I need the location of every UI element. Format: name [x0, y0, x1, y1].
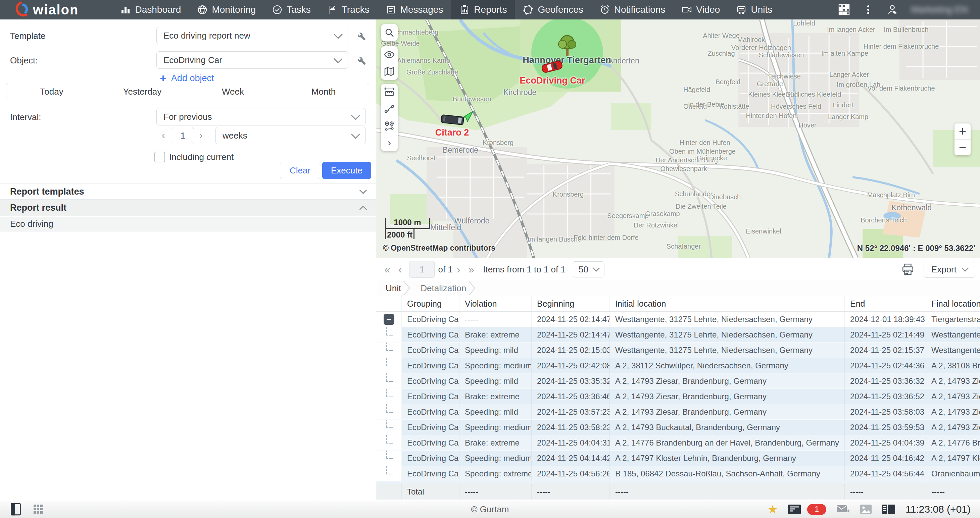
unit-label-car[interactable]: EcoDriving Car	[520, 75, 585, 86]
nav-item-monitoring[interactable]: Monitoring	[189, 0, 264, 19]
add-object-button[interactable]: + Add object	[160, 73, 214, 84]
media-image-icon[interactable]	[860, 504, 872, 514]
cell-violation: Speeding: mild	[460, 404, 531, 420]
cell-final-location: Tiergartenstraße,	[926, 311, 980, 327]
next-page-button[interactable]: ›	[453, 263, 465, 276]
table-row[interactable]: EcoDriving Car Speeding: mild 2024-11-25…	[376, 404, 980, 420]
tab-unit[interactable]: Unit	[376, 280, 403, 296]
geopoints-icon[interactable]	[381, 118, 398, 134]
notifications-panel-icon[interactable]	[788, 504, 801, 515]
map[interactable]: SchmachtebergGelbe WeideAhlemanns KampGr…	[376, 19, 980, 258]
increment-arrow[interactable]: ›	[199, 129, 203, 141]
wialon-logo[interactable]: wialon	[0, 2, 92, 18]
ruler-icon[interactable]	[381, 84, 398, 101]
export-button[interactable]: Export	[924, 261, 975, 278]
notification-badge[interactable]: 1	[807, 504, 826, 515]
quick-range-today[interactable]: Today	[6, 83, 97, 100]
column-header[interactable]: Violation	[460, 296, 531, 311]
table-row[interactable]: EcoDriving Car Brake: extreme 2024-11-25…	[376, 435, 980, 451]
table-row[interactable]: EcoDriving Car Speeding: medium 2024-11-…	[376, 451, 980, 466]
video-icon	[681, 4, 692, 15]
template-select[interactable]: Eco driving report new	[156, 27, 348, 44]
print-button[interactable]	[902, 263, 914, 276]
quick-range-month[interactable]: Month	[278, 83, 369, 100]
tab-detalization[interactable]: Detalization	[411, 280, 468, 296]
nav-item-reports[interactable]: Reports	[451, 0, 515, 19]
table-row[interactable]: EcoDriving Car Brake: extreme 2024-11-25…	[376, 389, 980, 404]
map-layers-icon[interactable]	[381, 63, 398, 80]
table-row[interactable]: − EcoDriving Car ----- 2024-11-25 02:14:…	[376, 311, 980, 327]
first-page-button[interactable]: «	[380, 263, 395, 276]
nav-item-tasks[interactable]: Tasks	[264, 0, 319, 19]
cell-end: 2024-12-01 18:39:43	[845, 311, 926, 327]
page-input[interactable]	[409, 261, 434, 278]
including-current-checkbox[interactable]	[154, 152, 165, 162]
visibility-eye-icon[interactable]	[381, 46, 398, 63]
nav-item-units[interactable]: Units	[728, 0, 780, 19]
clear-button[interactable]: Clear	[280, 162, 320, 179]
map-attribution: © OpenStreetMap contributors	[383, 243, 495, 253]
column-header[interactable]: Beginning	[531, 296, 610, 311]
unit-label-bus[interactable]: Citaro 2	[435, 127, 469, 138]
interval-count-input[interactable]	[172, 127, 194, 144]
table-row[interactable]: EcoDriving Car Speeding: medium 2024-11-…	[376, 358, 980, 373]
table-body: − EcoDriving Car ----- 2024-11-25 02:14:…	[376, 311, 980, 481]
column-header[interactable]: Grouping	[402, 296, 460, 311]
table-row[interactable]: EcoDriving Car Speeding: mild 2024-11-25…	[376, 343, 980, 358]
map-search-control	[381, 24, 398, 41]
nav-item-video[interactable]: Video	[673, 0, 728, 19]
nav-item-notifications[interactable]: Notifications	[591, 0, 674, 19]
prev-page-button[interactable]: ‹	[395, 263, 406, 276]
split-panel-icon[interactable]	[882, 504, 896, 515]
expand-tools-chevron[interactable]: ›	[381, 134, 398, 151]
interval-unit-select[interactable]: weeks	[215, 127, 366, 144]
execute-button[interactable]: Execute	[322, 162, 371, 179]
object-settings-icon[interactable]	[355, 54, 366, 66]
last-page-button[interactable]: »	[464, 263, 478, 276]
decrement-arrow[interactable]: ‹	[162, 129, 165, 141]
logo-text: wialon	[33, 2, 78, 17]
column-header[interactable]: Final location	[926, 296, 980, 311]
template-settings-icon[interactable]	[355, 30, 366, 41]
quick-range-week[interactable]: Week	[188, 83, 278, 100]
cell-final-location: A 2, 14793 Ziesar	[926, 389, 980, 404]
nav-item-messages[interactable]: Messages	[377, 0, 452, 19]
zoom-out-button[interactable]: −	[955, 139, 970, 155]
zoom-in-button[interactable]: +	[955, 124, 970, 139]
cell-grouping: EcoDriving Car	[402, 420, 460, 435]
favorites-star-icon[interactable]: ★	[768, 504, 778, 515]
column-header[interactable]: Initial location	[610, 296, 845, 311]
tree-branch-icon	[383, 468, 395, 480]
nav-item-tracks[interactable]: Tracks	[319, 0, 377, 19]
messages-envelope-icon[interactable]	[836, 504, 850, 514]
bus-marker[interactable]	[440, 113, 465, 127]
table-row[interactable]: EcoDriving Car Speeding: mild 2024-11-25…	[376, 373, 980, 389]
result-item-eco-driving[interactable]: Eco driving	[0, 217, 376, 232]
column-header[interactable]: End	[845, 296, 926, 311]
user-icon[interactable]	[887, 4, 898, 16]
object-select[interactable]: EcoDriving Car	[156, 51, 348, 69]
quick-range-yesterday[interactable]: Yesterday	[97, 83, 188, 100]
report-result-section[interactable]: Report result	[0, 200, 376, 216]
interval-select[interactable]: For previous	[156, 108, 366, 126]
table-row[interactable]: EcoDriving Car Speeding: medium 2024-11-…	[376, 420, 980, 435]
collapse-row-button[interactable]: −	[383, 314, 395, 325]
report-panel: Template Eco driving report new Object: …	[0, 19, 376, 500]
table-row[interactable]: EcoDriving Car Brake: extreme 2024-11-25…	[376, 327, 980, 343]
wialon-logo-icon	[14, 2, 29, 18]
table-row[interactable]: EcoDriving Car Speeding: extreme 2024-11…	[376, 466, 980, 481]
page-size-select[interactable]: 50	[573, 261, 605, 278]
kebab-menu-icon[interactable]	[862, 4, 874, 16]
apps-grid-icon[interactable]	[838, 4, 850, 16]
toggle-panel-icon[interactable]	[10, 503, 21, 516]
username[interactable]: Marketing EN	[911, 4, 968, 15]
bottom-grid-icon[interactable]	[33, 504, 44, 515]
map-search-icon[interactable]	[381, 24, 398, 41]
cell-end: 2024-11-25 02:15:37	[845, 343, 926, 358]
route-icon[interactable]	[381, 101, 398, 118]
cell-end: 2024-11-25 02:14:49	[845, 327, 926, 343]
report-templates-section[interactable]: Report templates	[0, 184, 376, 200]
nav-item-geofences[interactable]: Geofences	[515, 0, 591, 19]
cell-grouping: EcoDriving Car	[402, 311, 460, 327]
nav-item-dashboard[interactable]: Dashboard	[112, 0, 189, 19]
